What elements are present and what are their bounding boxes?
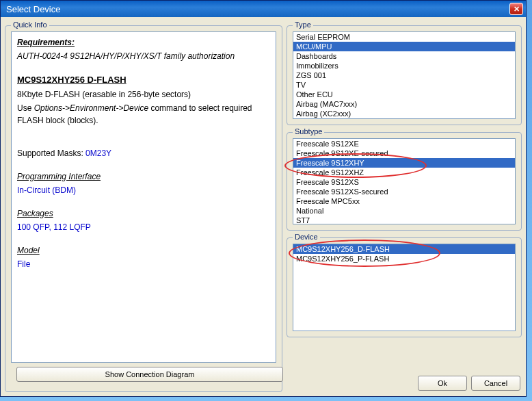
left-bottom-bar: Show Connection Diagram [11,363,276,386]
subtype-list-item[interactable]: Freescale MPC5xx [293,196,515,206]
subtype-list-item[interactable]: Freescale 9S12XE-secured [293,148,515,158]
subtype-listbox[interactable]: Freescale 9S12XEFreescale 9S12XE-secured… [293,138,516,224]
type-list-item[interactable]: Airbag (XC2xxx) [293,109,515,118]
type-listbox[interactable]: Serial EEPROMMCU/MPUDashboardsImmobilize… [293,31,516,119]
subtype-group: Subtype Freescale 9S12XEFreescale 9S12XE… [287,132,522,231]
device-desc1: 8Kbyte D-FLASH (erasable in 256-byte sec… [17,88,270,101]
packages-label: Packages [17,207,270,220]
supported-masks: Supported Masks: 0M23Y [17,147,270,159]
type-list-item[interactable]: TV [293,80,515,90]
type-list-item[interactable]: MCU/MPU [293,42,515,51]
programming-interface-label: Programming Interface [17,170,270,183]
device-list-item[interactable]: MC9S12XHY256_P-FLASH [293,254,515,263]
device-list-item[interactable]: MC9S12XHY256_D-FLASH [293,244,515,254]
packages-value: 100 QFP, 112 LQFP [17,221,270,233]
device-desc2: Use Options->Environment->Device command… [17,102,270,127]
quick-info-group: Quick Info Requirements: AUTH-0024-4 9S1… [5,25,282,392]
close-button[interactable]: ✕ [509,3,523,15]
type-group: Type Serial EEPROMMCU/MPUDashboardsImmob… [287,25,522,125]
show-connection-diagram-button[interactable]: Show Connection Diagram [16,367,283,382]
type-list-item[interactable]: Other ECU [293,90,515,99]
type-list-item[interactable]: Immobilizers [293,61,515,70]
right-panel: Type Serial EEPROMMCU/MPUDashboardsImmob… [287,21,522,392]
subtype-list-item[interactable]: Freescale 9S12XHZ [293,168,515,177]
quick-info-content: Requirements: AUTH-0024-4 9S12HA/HY/P/XH… [11,31,276,363]
requirements-label: Requirements: [17,36,270,49]
quick-info-title: Quick Info [11,21,49,29]
type-list-item[interactable]: Airbag (MAC7xxx) [293,99,515,109]
requirements-text: AUTH-0024-4 9S12HA/HY/P/XHY/XS/T family … [17,50,270,62]
device-listbox[interactable]: MC9S12XHY256_D-FLASHMC9S12XHY256_P-FLASH [293,244,516,331]
device-group: Device MC9S12XHY256_D-FLASHMC9S12XHY256_… [287,237,522,337]
subtype-list-item[interactable]: ST7 [293,216,515,224]
type-list-item[interactable]: Dashboards [293,51,515,61]
content-area: Quick Info Requirements: AUTH-0024-4 9S1… [1,17,526,396]
type-title: Type [293,21,313,29]
subtype-list-item[interactable]: Freescale 9S12XS [293,177,515,187]
device-title: Device [293,233,320,241]
device-name-header: MC9S12XHY256 D-FLASH [17,73,270,87]
programming-interface-value: In-Circuit (BDM) [17,184,270,196]
titlebar: Select Device ✕ [1,1,526,17]
subtype-list-item[interactable]: National [293,206,515,216]
type-list-item[interactable]: ZGS 001 [293,70,515,80]
type-list-item[interactable]: Serial EEPROM [293,32,515,42]
subtype-list-item[interactable]: Freescale 9S12XE [293,139,515,148]
window-title: Select Device [3,4,509,14]
dialog-button-row: Ok Cancel [287,372,522,392]
close-icon: ✕ [514,5,520,14]
model-value: File [17,258,270,270]
ok-button[interactable]: Ok [418,376,467,391]
model-label: Model [17,244,270,257]
cancel-button[interactable]: Cancel [471,376,520,391]
select-device-dialog: Select Device ✕ Quick Info Requirements:… [0,0,527,397]
left-panel: Quick Info Requirements: AUTH-0024-4 9S1… [5,21,282,392]
subtype-list-item[interactable]: Freescale 9S12XHY [293,158,515,168]
subtype-list-item[interactable]: Freescale 9S12XS-secured [293,187,515,196]
subtype-title: Subtype [293,127,324,135]
